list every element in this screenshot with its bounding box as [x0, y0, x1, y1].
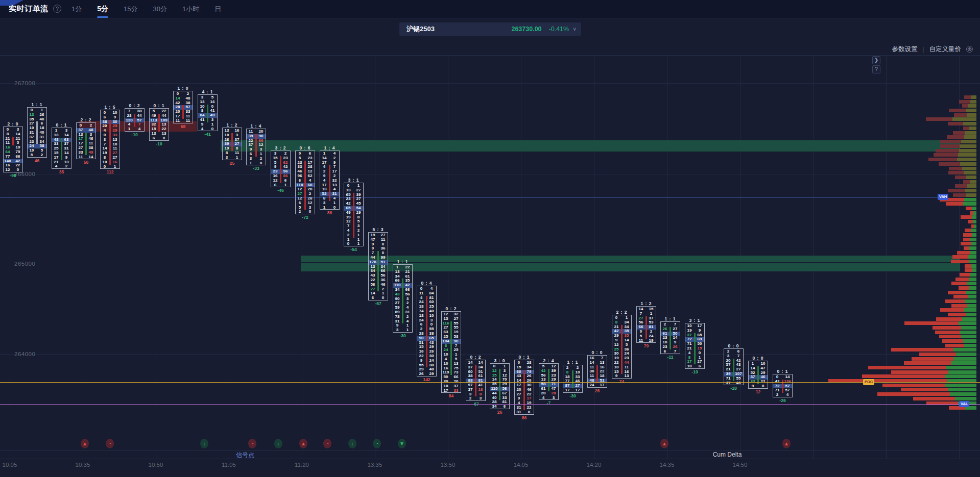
profile-bid-segment — [912, 357, 953, 361]
signal-gauge-icon: ◔ — [248, 439, 256, 448]
footprint-candle: 0 : 404118448124601825744018102436025528… — [417, 286, 437, 375]
footprint-candle: 0 : 102815346079432614261730204627229174… — [514, 360, 534, 414]
vertical-gridline — [10, 56, 10, 459]
footprint-candle: 1 : 1228101833774687271717-30 — [563, 365, 583, 392]
tab-1分[interactable]: 1分 — [70, 0, 83, 18]
profile-ask-segment — [967, 304, 976, 308]
profile-ask-segment — [969, 278, 976, 281]
tab-1小时[interactable]: 1小时 — [181, 0, 200, 18]
panel-help-button[interactable]: ? — [872, 65, 880, 73]
bid-volume: 4 — [52, 164, 61, 169]
candle-box: 522494411310932131522131360 — [149, 108, 169, 141]
signal-up-icon: ▲ — [299, 439, 307, 448]
candle-ratio-header: 0 : 0 — [743, 356, 774, 361]
gauge-glyph: ◔ — [323, 439, 331, 448]
bid-volume: 11 — [174, 119, 182, 123]
volume-profile-row — [891, 348, 976, 352]
profile-bid-segment — [963, 180, 970, 184]
down-glyph: ↓ — [348, 439, 356, 448]
profile-bid-segment — [966, 207, 972, 210]
candle-box: 1017199376572697150211540811727106 — [685, 323, 705, 369]
profile-bid-segment — [946, 202, 963, 206]
ask-volume: 4 — [135, 127, 144, 132]
candle-ratio-header: 5 : 3 — [363, 227, 394, 232]
bid-volume: 6 — [271, 183, 280, 188]
footprint-candle: 3 : 101132765392327424565544929198125734… — [344, 183, 364, 245]
param-settings-button[interactable]: 参数设置 — [892, 45, 917, 54]
profile-ask-segment — [953, 348, 976, 352]
profile-ask-segment — [965, 299, 976, 303]
ask-volume: 19 — [647, 339, 656, 343]
ask-volume: 29 — [427, 372, 436, 376]
tab-30分[interactable]: 30分 — [152, 0, 168, 18]
profile-ask-segment — [967, 113, 976, 117]
tab-5分[interactable]: 5分 — [96, 0, 109, 18]
visibility-icon[interactable]: ◎ — [966, 46, 973, 53]
profile-ask-segment — [961, 326, 976, 330]
candle-box: 0183421344235293591412525363024192322441… — [612, 315, 632, 379]
volume-profile-row — [882, 384, 976, 387]
signal-down-icon: ↓ — [274, 439, 282, 448]
instrument-selector[interactable]: 沪锡2503 263730.00 -0.41% ˅ — [399, 22, 581, 36]
bid-volume: 6 — [369, 296, 377, 300]
profile-ask-segment — [964, 308, 976, 312]
candle-delta-footer: 84 — [436, 393, 467, 398]
profile-bid-segment — [957, 251, 970, 255]
profile-bid-segment — [891, 348, 953, 352]
profile-ask-segment — [959, 321, 976, 325]
volume-profile-row — [965, 264, 976, 268]
profile-ask-segment — [950, 392, 976, 396]
volume-profile-row — [963, 180, 976, 184]
tab-15分[interactable]: 15分 — [123, 0, 138, 18]
profile-ask-segment — [967, 184, 976, 188]
footprint-candle: 5 : 319274711900367044991785113343466435… — [368, 232, 388, 299]
time-axis-label: 10:50 — [149, 462, 163, 468]
profile-ask-segment — [963, 202, 976, 206]
expand-panel-button[interactable]: ❯ — [872, 56, 880, 64]
profile-ask-segment — [970, 100, 976, 104]
candle-delta-footer: 12 — [743, 389, 774, 394]
candle-ratio-header: 3 : 1 — [679, 318, 711, 323]
signal-point-label[interactable]: 信号点 — [236, 451, 254, 460]
profile-bid-segment — [959, 286, 969, 290]
candle-delta-footer: 142 — [411, 377, 443, 382]
volume-profile-row — [955, 278, 976, 281]
candle-ratio-header: 1 : 4 — [241, 123, 272, 129]
footprint-candle: 0 : 1131314486333372531151417921134235 — [52, 128, 71, 168]
ask-volume: 7 — [671, 349, 680, 354]
candle-box: 112039902266371293613210 — [246, 129, 266, 165]
profile-ask-segment — [951, 361, 976, 365]
profile-ask-segment — [952, 117, 976, 121]
profile-ask-segment — [970, 251, 976, 255]
cum-delta-label[interactable]: Cum Delta — [713, 451, 742, 458]
volume-profile-row — [947, 135, 976, 139]
profile-bid-segment — [901, 388, 948, 391]
bid-volume: 34 — [490, 405, 499, 409]
ask-volume: 0 — [379, 296, 388, 300]
volume-profile-row — [961, 215, 976, 219]
profile-ask-segment — [960, 162, 976, 166]
profile-ask-segment — [966, 291, 976, 294]
profile-bid-segment — [948, 189, 965, 192]
profile-ask-segment — [968, 255, 976, 259]
profile-ask-segment — [973, 220, 976, 223]
footprint-candle: 1 : 414142179472179243217131345231843110… — [320, 150, 340, 209]
tab-日[interactable]: 日 — [213, 0, 222, 18]
ask-volume: 0 — [160, 136, 169, 141]
profile-ask-segment — [974, 224, 976, 228]
volume-profile-row — [940, 144, 976, 148]
profile-bid-segment — [913, 397, 955, 400]
candle-delta-footer: 86 — [314, 210, 346, 215]
custom-volume-price-button[interactable]: 自定义量价 — [929, 45, 962, 54]
profile-bid-segment — [926, 117, 952, 121]
candle-delta-footer: -7 — [533, 400, 565, 406]
volume-profile-row — [963, 238, 976, 241]
help-icon[interactable]: ? — [53, 5, 61, 13]
profile-bid-segment — [968, 220, 973, 223]
footprint-candle: 1 : 214157127375653668102524111979 — [636, 306, 656, 342]
ask-volume: 1 — [233, 156, 242, 160]
volume-profile-row — [951, 282, 976, 285]
interval-tabs: 1分5分15分30分1小时日 — [70, 0, 222, 18]
signal-up-icon: ▲ — [660, 439, 668, 448]
candle-delta-footer: -67 — [363, 301, 394, 306]
